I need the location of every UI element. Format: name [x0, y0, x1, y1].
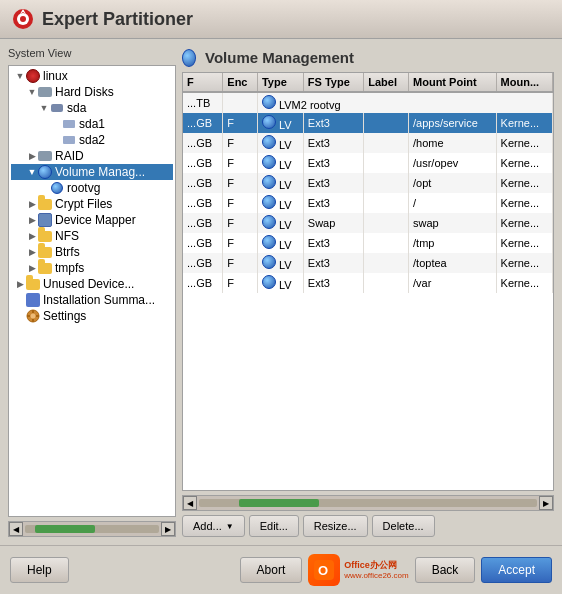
expand-tmpfs-icon: ▶: [27, 263, 37, 273]
table-row[interactable]: ...TB LVM2 rootvg: [183, 92, 553, 113]
right-scrollbar-thumb[interactable]: [239, 499, 319, 507]
cell-fs-type: Ext3: [303, 113, 363, 133]
sidebar-item-sda1-label: sda1: [79, 117, 105, 131]
sidebar-item-hard-disks[interactable]: ▼ Hard Disks: [11, 84, 173, 100]
cell-label: [364, 153, 409, 173]
cell-type: LV: [257, 173, 303, 193]
sidebar-item-settings[interactable]: ▶ Settings: [11, 308, 173, 324]
sidebar-item-unused-devices[interactable]: ▶ Unused Device...: [11, 276, 173, 292]
install-summary-icon: [26, 293, 40, 307]
sidebar-item-raid[interactable]: ▶ RAID: [11, 148, 173, 164]
cell-size: ...GB: [183, 273, 223, 293]
right-scroll-left-btn[interactable]: ◀: [183, 496, 197, 510]
left-scrollbar-track[interactable]: [25, 525, 159, 533]
right-scrollbar-track[interactable]: [199, 499, 537, 507]
cell-label: [364, 193, 409, 213]
cell-label: [364, 273, 409, 293]
title-bar: Expert Partitioner: [0, 0, 562, 39]
table-row[interactable]: ...GB F LV Ext3 /var Kerne...: [183, 273, 553, 293]
accept-button[interactable]: Accept: [481, 557, 552, 583]
nfs-icon: [38, 229, 52, 243]
edit-button-label: Edit...: [260, 520, 288, 532]
cell-label: [364, 253, 409, 273]
office-text-line2: www.office26.com: [344, 571, 408, 581]
cell-size: ...GB: [183, 253, 223, 273]
table-row[interactable]: ...GB F LV Ext3 /tmp Kerne...: [183, 233, 553, 253]
table-row[interactable]: ...GB F LV Ext3 /home Kerne...: [183, 133, 553, 153]
cell-moun: Kerne...: [496, 173, 552, 193]
sidebar-item-sda[interactable]: ▼ sda: [11, 100, 173, 116]
cell-fs-type: Ext3: [303, 273, 363, 293]
cell-fs-type: Ext3: [303, 233, 363, 253]
sidebar-item-volume-management[interactable]: ▼ Volume Manag...: [11, 164, 173, 180]
cell-type: LV: [257, 113, 303, 133]
svg-rect-8: [36, 315, 39, 317]
sidebar-item-sda-label: sda: [67, 101, 86, 115]
table-row[interactable]: ...GB F LV Ext3 / Kerne...: [183, 193, 553, 213]
action-buttons: Add... ▼ Edit... Resize... Delete...: [182, 515, 554, 537]
sidebar-item-btrfs-label: Btrfs: [55, 245, 80, 259]
volume-management-icon: [38, 165, 52, 179]
sidebar-item-sda2[interactable]: ▶ sda2: [11, 132, 173, 148]
edit-button[interactable]: Edit...: [249, 515, 299, 537]
add-dropdown-arrow-icon: ▼: [226, 522, 234, 531]
right-scroll-right-btn[interactable]: ▶: [539, 496, 553, 510]
cell-type: LVM2 rootvg: [257, 92, 552, 113]
sidebar-item-tmpfs[interactable]: ▶ tmpfs: [11, 260, 173, 276]
resize-button[interactable]: Resize...: [303, 515, 368, 537]
cell-label: [364, 113, 409, 133]
abort-button[interactable]: Abort: [240, 557, 303, 583]
sidebar-item-sda1[interactable]: ▶ sda1: [11, 116, 173, 132]
app-icon: [12, 8, 34, 30]
cell-f: F: [223, 173, 258, 193]
expand-crypt-icon: ▶: [27, 199, 37, 209]
table-row[interactable]: ...GB F LV Ext3 /toptea Kerne.: [183, 253, 553, 273]
partition-table[interactable]: F Enc Type FS Type Label Mount Point Mou…: [182, 72, 554, 491]
table-row[interactable]: ...GB F LV Swap swap Kerne...: [183, 213, 553, 233]
resize-button-label: Resize...: [314, 520, 357, 532]
sidebar-item-btrfs[interactable]: ▶ Btrfs: [11, 244, 173, 260]
left-panel: System View ▼ linux ▼ Hard Disks: [8, 47, 176, 537]
add-button-label: Add...: [193, 520, 222, 532]
right-scrollbar[interactable]: ◀ ▶: [182, 495, 554, 511]
lv-icon: [262, 215, 276, 229]
delete-button[interactable]: Delete...: [372, 515, 435, 537]
volume-table: F Enc Type FS Type Label Mount Point Mou…: [183, 73, 553, 293]
cell-size: ...GB: [183, 133, 223, 153]
left-scroll-right-btn[interactable]: ▶: [161, 522, 175, 536]
sidebar-item-nfs[interactable]: ▶ NFS: [11, 228, 173, 244]
table-row[interactable]: ...GB F LV Ext3 /apps/service: [183, 113, 553, 133]
svg-rect-7: [27, 315, 30, 317]
table-row[interactable]: ...GB F LV Ext3 /usr/opev Kern: [183, 153, 553, 173]
cell-mount-point: swap: [409, 213, 497, 233]
bottom-right-buttons: Abort O Office办公网 www.office26.com Back: [240, 554, 552, 586]
sidebar-item-rootvg[interactable]: ▶ rootvg: [11, 180, 173, 196]
sidebar-item-crypt-files[interactable]: ▶ Crypt Files: [11, 196, 173, 212]
cell-f: F: [223, 113, 258, 133]
left-scrollbar[interactable]: ◀ ▶: [8, 521, 176, 537]
left-scrollbar-thumb[interactable]: [35, 525, 95, 533]
add-button[interactable]: Add... ▼: [182, 515, 245, 537]
back-button[interactable]: Back: [415, 557, 476, 583]
cell-size: ...GB: [183, 233, 223, 253]
table-body: ...TB LVM2 rootvg ...GB: [183, 92, 553, 293]
system-tree[interactable]: ▼ linux ▼ Hard Disks ▼: [8, 65, 176, 517]
office-watermark: O Office办公网 www.office26.com: [308, 554, 408, 586]
sidebar-item-linux[interactable]: ▼ linux: [11, 68, 173, 84]
cell-f: F: [223, 193, 258, 213]
cell-mount-point: /var: [409, 273, 497, 293]
sidebar-item-install-summary[interactable]: ▶ Installation Summa...: [11, 292, 173, 308]
svg-point-2: [20, 16, 26, 22]
sidebar-item-volume-management-label: Volume Manag...: [55, 165, 145, 179]
table-row[interactable]: ...GB F LV Ext3 /opt Kerne...: [183, 173, 553, 193]
cell-label: [364, 173, 409, 193]
cell-type: LV: [257, 273, 303, 293]
help-button[interactable]: Help: [10, 557, 69, 583]
col-moun: Moun...: [496, 73, 552, 92]
sidebar-item-device-mapper[interactable]: ▶ Device Mapper: [11, 212, 173, 228]
hard-disks-icon: [38, 85, 52, 99]
tmpfs-icon: [38, 261, 52, 275]
cell-size: ...TB: [183, 92, 223, 113]
volume-management-header: Volume Management: [182, 47, 554, 68]
left-scroll-left-btn[interactable]: ◀: [9, 522, 23, 536]
